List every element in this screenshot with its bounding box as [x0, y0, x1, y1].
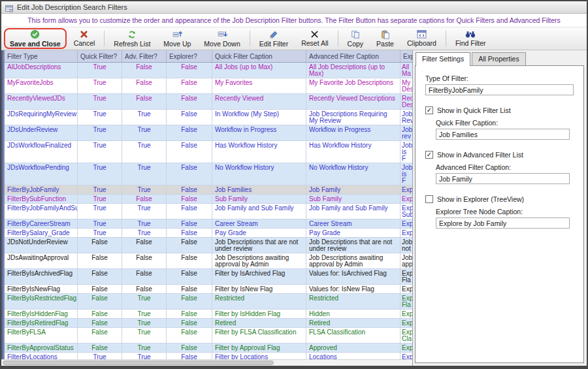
cell-quick-filter: False [78, 344, 122, 352]
cell-quick-filter-caption: Career Stream [212, 219, 306, 228]
save-and-close-button[interactable]: Save and Close [4, 28, 67, 49]
refresh-list-button[interactable]: Refresh List [108, 28, 156, 49]
cell-quick-filter: False [78, 253, 122, 268]
explorer-tree-node-caption-input[interactable] [436, 217, 570, 229]
grid-row-jdsawaitingapproval[interactable]: JDsAwaitingApprovalFalseFalseFalseJob De… [1, 253, 412, 269]
cell-explorer-caption: Exp [400, 185, 412, 194]
cell-explorer: False [167, 78, 212, 93]
show-in-quick-filter-checkbox[interactable]: ✓ [425, 106, 433, 114]
grid-row-filterbyisnewflag[interactable]: FilterByIsNewFlagFalseFalseFalseFilter b… [1, 285, 412, 294]
cell-filter-type: FilterByIsRestrictedFlag [5, 294, 78, 309]
row-indicator-strip [1, 50, 5, 359]
cancel-x-icon [80, 30, 88, 39]
quick-filter-caption-input[interactable] [436, 129, 570, 140]
grid-row-filterbyflsa[interactable]: FilterByFLSAFalseTrueFalseFilter by FLSA… [1, 328, 412, 344]
cell-explorer-caption: Exp [400, 319, 412, 327]
toolbar-button-label: Move Down [204, 40, 240, 48]
grid-row-jdsworkflowfinalized[interactable]: JDsWorkflowFinalizedTrueTrueFalseHas Wor… [1, 141, 412, 163]
cell-explorer-caption: Job not [400, 238, 412, 253]
grid-row-filterbyishiddenflag[interactable]: FilterByIsHiddenFlagFalseTrueFalseFilter… [1, 310, 412, 319]
window-title: Edit Job Description Search Filters [17, 3, 127, 11]
type-of-filter-input[interactable] [425, 84, 574, 95]
cell-quick-filter: True [78, 229, 122, 237]
cell-quick-filter: True [78, 204, 122, 219]
column-header-filter-type[interactable]: Filter Type [5, 50, 78, 62]
column-header-explorer[interactable]: Explorer? [167, 50, 212, 62]
form-icon [5, 3, 14, 11]
grid-row-filterbyjobfamily[interactable]: FilterByJobFamilyTrueTrueFalseJob Famili… [1, 185, 412, 195]
cell-quick-filter-caption: Sub Family [212, 195, 306, 203]
grid-row-filterbyapprovalstatus[interactable]: FilterByApprovalStatusFalseTrueFalseFilt… [1, 344, 412, 353]
cell-quick-filter: True [78, 185, 122, 194]
cell-quick-filter-caption: Job Families [212, 185, 306, 194]
grid-row-recentlyviewedjds[interactable]: RecentlyViewedJDsTrueFalseFalseRecently … [1, 94, 412, 110]
toolbar-button-label: Refresh List [114, 40, 150, 48]
cell-quick-filter-caption: Restricted [212, 294, 306, 309]
tab-filter-settings[interactable]: Filter Settings [416, 52, 470, 66]
grid-row-filterbysubfunction[interactable]: FilterBySubFunctionTrueFalseFalseSub Fam… [1, 195, 412, 204]
grid-row-filterbyjobfamilyandsubfunc[interactable]: FilterByJobFamilyAndSubFuncTrueTrueFalse… [1, 204, 412, 219]
panel-tabs: Filter Settings All Properties [415, 52, 584, 65]
cell-explorer-caption: Exp [400, 285, 412, 293]
horizontal-scrollbar[interactable] [1, 359, 412, 366]
cell-quick-filter: False [78, 328, 122, 343]
grid-row-filterbyisrestrictedflag[interactable]: FilterByIsRestrictedFlagFalseTrueFalseRe… [1, 294, 412, 310]
cell-advanced-filter-caption: Career Stream [306, 219, 400, 228]
move-up-button[interactable]: Move Up [157, 28, 197, 49]
grid-row-filterbysalary-grade[interactable]: FilterBySalary_GradeTrueTrueFalsePay Gra… [1, 229, 412, 238]
cancel-button[interactable]: Cancel [68, 28, 101, 49]
grid-row-jdsworkflowpending[interactable]: JDsWorkflowPendingTrueTrueFalseNo Workfl… [1, 163, 412, 185]
show-in-advanced-filter-checkbox[interactable]: ✓ [425, 151, 433, 159]
cell-quick-filter: True [78, 63, 122, 78]
column-header-quick-filter[interactable]: Quick Filter? [78, 50, 122, 62]
cell-advanced-filter-caption: Workflow in Progress [306, 125, 400, 140]
show-in-quick-filter-label: Show in Quick Filter List [437, 106, 511, 114]
grid-row-filterbyisretiredflag[interactable]: FilterByIsRetiredFlagFalseTrueFalseRetir… [1, 319, 412, 328]
reset-all-button[interactable]: Reset All [295, 28, 334, 49]
cell-explorer: False [167, 185, 212, 194]
column-header-quick-filter-caption[interactable]: Quick Filter Caption [212, 50, 306, 62]
cell-adv-filter: True [122, 294, 167, 309]
clipboard-button[interactable]: Clipboard [401, 28, 442, 49]
toolbar-button-label: Copy [348, 40, 364, 48]
horizontal-scrollbar-thumb[interactable] [3, 361, 274, 365]
grid-row-jdsunderreview[interactable]: JDsUnderReviewTrueTrueFalseWorkflow in P… [1, 125, 412, 141]
cell-quick-filter-caption: In Workflow (My Step) [212, 110, 306, 125]
paste-icon [381, 30, 390, 39]
show-in-explorer-checkbox[interactable] [425, 195, 433, 203]
find-filter-button[interactable]: Find Filter [449, 28, 492, 49]
cell-adv-filter: True [122, 185, 167, 194]
cell-explorer: False [167, 125, 212, 140]
show-in-explorer-label: Show in Explorer (TreeView) [437, 195, 524, 203]
toolbar-button-label: Move Up [163, 40, 191, 48]
cell-filter-type: FilterByIsRetiredFlag [5, 319, 78, 327]
grid-row-jdsnotunderreview[interactable]: JDsNotUnderReviewFalseFalseFalseJob Desc… [1, 238, 412, 253]
grid-row-alljobdescriptions[interactable]: AllJobDescriptionsTrueFalseFalseAll Jobs… [1, 63, 412, 78]
info-banner: This form allows you to customize the or… [1, 14, 587, 27]
move-down-button[interactable]: Move Down [198, 28, 246, 49]
tab-all-properties[interactable]: All Properties [472, 52, 525, 65]
cell-advanced-filter-caption: Job Descriptions Requiring My Review [306, 110, 400, 125]
column-header-expl[interactable]: Expl [400, 50, 412, 62]
grid-header-row: Filter TypeQuick Filter?Adv. Filter?Expl… [1, 50, 412, 63]
grid-row-filterbyisarchivedflag[interactable]: FilterByIsArchivedFlagFalseFalseFalseFil… [1, 269, 412, 285]
grid-row-filterbycareerstream[interactable]: FilterByCareerStreamTrueTrueFalseCareer … [1, 219, 412, 229]
grid-row-myfavoritejobs[interactable]: MyFavoriteJobsTrueFalseFalseMy Favorites… [1, 78, 412, 94]
column-header-advanced-filter-caption[interactable]: Advanced Filter Caption [306, 50, 400, 62]
cell-explorer-caption: Exp [400, 344, 412, 352]
advanced-filter-caption-input[interactable] [436, 173, 570, 184]
grid-row-jdsrequiringmyreview[interactable]: JDsRequiringMyReviewTrueTrueFalseIn Work… [1, 110, 412, 125]
cell-explorer-caption: Exp Fla [400, 269, 412, 284]
toolbar: Save and CloseCancelRefresh ListMove UpM… [1, 27, 587, 50]
cell-explorer: False [167, 195, 212, 203]
edit-filter-button[interactable]: Edit Filter [253, 28, 294, 49]
cell-explorer-caption: Job is F [400, 141, 412, 163]
column-header-adv-filter[interactable]: Adv. Filter? [122, 50, 167, 62]
copy-button[interactable]: Copy [342, 28, 370, 49]
cell-quick-filter-caption: Recently Viewed [212, 94, 306, 109]
cell-advanced-filter-caption: Values for: IsNew Flag [306, 285, 400, 293]
paste-button[interactable]: Paste [370, 28, 400, 49]
cell-explorer-caption: Exp [400, 310, 412, 318]
cell-advanced-filter-caption: Restricted [306, 294, 400, 309]
cell-adv-filter: True [122, 310, 167, 318]
